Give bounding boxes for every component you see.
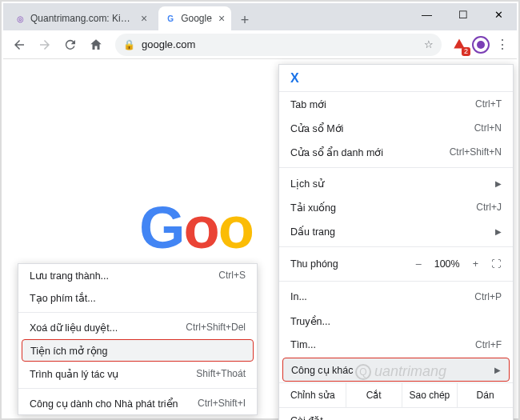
menu-header: X xyxy=(279,65,513,92)
close-tab-icon[interactable]: × xyxy=(141,12,147,25)
new-tab-button[interactable]: + xyxy=(234,10,255,30)
menu-separator xyxy=(279,246,513,247)
bookmark-star-icon[interactable]: ☆ xyxy=(424,38,434,50)
forward-button[interactable] xyxy=(34,34,56,56)
chevron-right-icon: ▶ xyxy=(495,179,502,188)
minimize-button[interactable]: — xyxy=(409,3,445,26)
menu-incognito[interactable]: Cửa sổ ẩn danh mới Ctrl+Shift+N xyxy=(279,140,513,164)
cut-button[interactable]: Cắt xyxy=(346,383,402,407)
submenu-create-shortcut[interactable]: Tạo phím tắt... xyxy=(18,286,257,309)
tab-quantrimang[interactable]: ◎ Quantrimang.com: Kiến Thức... × xyxy=(8,6,154,30)
menu-label: Trình quản lý tác vụ xyxy=(30,368,118,380)
zoom-out-button[interactable]: – xyxy=(416,258,422,270)
tab-google[interactable]: G Google × xyxy=(158,6,231,30)
menu-label: Lịch sử xyxy=(290,178,324,190)
menu-label: Lưu trang thành... xyxy=(30,270,109,282)
menu-separator xyxy=(18,312,257,313)
address-bar[interactable]: 🔒 google.com ☆ xyxy=(115,34,442,56)
menu-label: Tải xuống xyxy=(290,202,336,214)
menu-shortcut: Ctrl+N xyxy=(474,122,502,134)
menu-shortcut: Shift+Thoát xyxy=(196,368,246,379)
menu-label: Cài đặt xyxy=(290,414,323,421)
menu-label: Xoá dữ liệu duyệt... xyxy=(30,322,118,334)
menu-edit-row: Chỉnh sửa Cắt Sao chép Dán xyxy=(279,382,513,408)
main-menu-button[interactable]: ⋮ xyxy=(493,37,512,52)
chevron-right-icon: ▶ xyxy=(495,227,502,236)
menu-label: Tìm... xyxy=(290,339,316,350)
favicon-icon: ◎ xyxy=(14,13,26,24)
tab-title: Google xyxy=(181,13,212,24)
zoom-label: Thu phóng xyxy=(290,258,338,270)
menu-shortcut: Ctrl+Shift+I xyxy=(198,398,246,409)
back-button[interactable] xyxy=(8,34,30,56)
submenu-clear-data[interactable]: Xoá dữ liệu duyệt... Ctrl+Shift+Del xyxy=(18,316,257,338)
submenu-task-manager[interactable]: Trình quản lý tác vụ Shift+Thoát xyxy=(18,362,257,385)
fullscreen-button[interactable]: ⛶ xyxy=(491,258,502,270)
menu-label: Cửa sổ ẩn danh mới xyxy=(290,146,383,158)
menu-history[interactable]: Lịch sử ▶ xyxy=(279,171,513,195)
extension-badge: 2 xyxy=(462,47,470,56)
tab-title: Quantrimang.com: Kiến Thức... xyxy=(30,13,134,24)
menu-shortcut: Ctrl+J xyxy=(476,202,502,213)
close-window-button[interactable]: ✕ xyxy=(481,3,517,26)
edit-label: Chỉnh sửa xyxy=(279,383,346,407)
menu-bookmarks[interactable]: Dấu trang ▶ xyxy=(279,219,513,243)
menu-separator xyxy=(279,281,513,282)
menu-label: Cửa sổ Mới xyxy=(290,122,343,134)
menu-label: Truyền... xyxy=(290,315,330,327)
menu-zoom: Thu phóng – 100% + ⛶ xyxy=(279,250,513,278)
zoom-percent: 100% xyxy=(434,258,460,270)
menu-label: Tab mới xyxy=(290,98,326,110)
menu-shortcut: Ctrl+Shift+N xyxy=(450,146,502,158)
more-tools-submenu: Lưu trang thành... Ctrl+S Tạo phím tắt..… xyxy=(18,263,258,415)
google-favicon-icon: G xyxy=(165,13,176,24)
submenu-dev-tools[interactable]: Công cụ dành cho Nhà phát triển Ctrl+Shi… xyxy=(18,392,257,414)
titlebar: ◎ Quantrimang.com: Kiến Thức... × G Goog… xyxy=(3,3,517,30)
copy-button[interactable]: Sao chép xyxy=(402,383,458,407)
menu-new-tab[interactable]: Tab mới Ctrl+T xyxy=(279,92,513,116)
menu-label: In... xyxy=(290,291,307,302)
menu-more-tools[interactable]: Công cụ khác ▶ xyxy=(282,358,510,382)
menu-label: Công cụ khác xyxy=(291,364,353,376)
url-text: google.com xyxy=(142,38,195,50)
home-button[interactable] xyxy=(85,34,107,56)
menu-find[interactable]: Tìm... Ctrl+F xyxy=(279,333,513,357)
menu-shortcut: Ctrl+T xyxy=(475,98,502,110)
menu-cast[interactable]: Truyền... xyxy=(279,309,513,333)
paste-button[interactable]: Dán xyxy=(457,383,513,407)
menu-separator xyxy=(279,167,513,168)
zoom-in-button[interactable]: + xyxy=(473,258,478,270)
menu-label: Tiện ích mở rộng xyxy=(30,345,107,357)
toolbar: 🔒 google.com ☆ 2 ⋮ xyxy=(3,30,517,59)
menu-shortcut: Ctrl+P xyxy=(474,291,502,302)
lock-icon: 🔒 xyxy=(123,39,135,50)
menu-new-window[interactable]: Cửa sổ Mới Ctrl+N xyxy=(279,116,513,140)
profile-avatar[interactable] xyxy=(472,36,490,54)
google-logo: Goo xyxy=(139,194,253,262)
menu-label: Tạo phím tắt... xyxy=(30,292,96,304)
reload-button[interactable] xyxy=(59,34,82,56)
menu-downloads[interactable]: Tải xuống Ctrl+J xyxy=(279,195,513,219)
close-tab-icon[interactable]: × xyxy=(218,12,225,25)
menu-separator xyxy=(18,388,257,389)
menu-shortcut: Ctrl+Shift+Del xyxy=(186,322,246,333)
window-controls: — ☐ ✕ xyxy=(409,3,517,26)
extension-icon[interactable]: 2 xyxy=(450,35,469,54)
submenu-save-page[interactable]: Lưu trang thành... Ctrl+S xyxy=(18,264,257,286)
menu-settings[interactable]: Cài đặt xyxy=(279,408,513,420)
x-logo-icon: X xyxy=(290,71,299,86)
menu-shortcut: Ctrl+F xyxy=(475,339,502,350)
main-menu: X Tab mới Ctrl+T Cửa sổ Mới Ctrl+N Cửa s… xyxy=(278,64,514,420)
menu-print[interactable]: In... Ctrl+P xyxy=(279,285,513,309)
svg-point-0 xyxy=(477,41,485,49)
submenu-extensions[interactable]: Tiện ích mở rộng xyxy=(22,339,254,362)
menu-shortcut: Ctrl+S xyxy=(218,270,246,281)
menu-label: Dấu trang xyxy=(290,226,335,238)
maximize-button[interactable]: ☐ xyxy=(445,3,481,26)
menu-label: Công cụ dành cho Nhà phát triển xyxy=(30,398,178,410)
chevron-right-icon: ▶ xyxy=(494,366,501,374)
